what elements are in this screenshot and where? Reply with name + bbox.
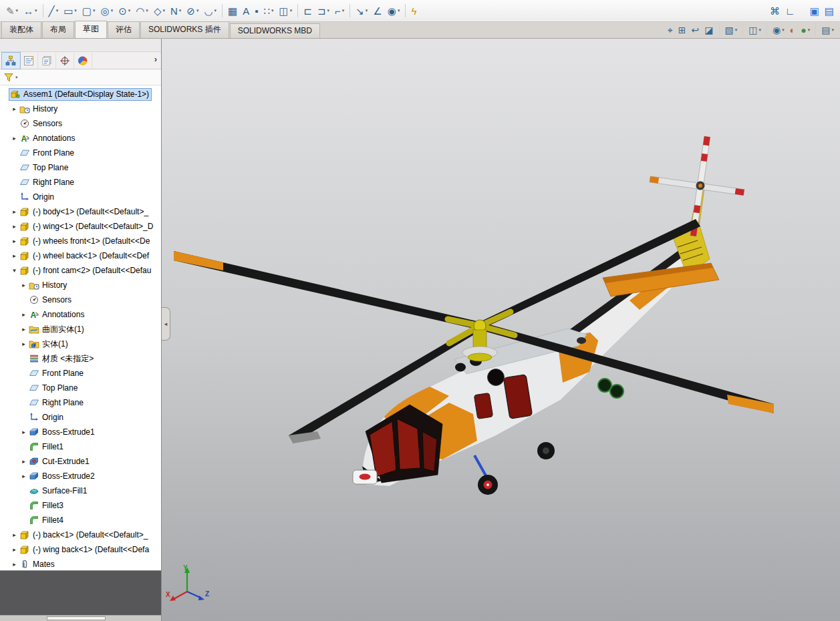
tree-item-wing-back-1-default-defa[interactable]: ▸ (-) wing back<1> (Default<<Defa: [0, 542, 161, 557]
expand-arrow[interactable]: ▸: [11, 252, 18, 259]
toolbar-smart-dimension-button[interactable]: ↔ ▾: [21, 2, 39, 19]
panel-tab-dimxpertmanager[interactable]: [56, 53, 74, 69]
toolbar-centerpoint-arc-button[interactable]: ◠ ▾: [134, 2, 150, 19]
tree-item-body-1-default-default[interactable]: ▸ (-) body<1> (Default<<Default>_: [0, 204, 161, 219]
panel-tab-propertymanager[interactable]: [20, 53, 38, 69]
ribbon-tab-solidworks-mbd[interactable]: SOLIDWORKS MBD: [230, 23, 320, 38]
toolbar-point-button[interactable]: ▪: [253, 2, 260, 19]
toolbar-convert-entities-button[interactable]: ⊏: [301, 2, 314, 19]
tree-item-right-plane[interactable]: Right Plane: [0, 175, 161, 190]
tree-item-材质-未指定[interactable]: 材质 <未指定>: [0, 351, 161, 366]
toolbar-display-settings-button[interactable]: ▤: [823, 2, 836, 19]
tree-item-front-cam-2-default-defau[interactable]: ▾ (-) front cam<2> (Default<<Defau: [0, 263, 161, 278]
tree-item-实体-1[interactable]: ▸ 实体(1): [0, 337, 161, 351]
tree-item-top-plane[interactable]: Top Plane: [0, 160, 161, 175]
tree-item-origin[interactable]: Origin: [0, 190, 161, 204]
expand-arrow[interactable]: ▸: [11, 135, 18, 142]
tree-item-assem1-default-display-state-1[interactable]: Assem1 (Default<Display State-1>): [0, 87, 161, 101]
toolbar-ruler-corner-button[interactable]: ∟: [783, 2, 797, 19]
tree-item-surface-fill1[interactable]: Surface-Fill1: [0, 483, 161, 498]
ribbon-tab-评估[interactable]: 评估: [108, 21, 140, 38]
view-display-style-button[interactable]: ◫ ▾: [746, 23, 763, 37]
tree-item-top-plane[interactable]: Top Plane: [0, 381, 161, 395]
tree-item-front-plane[interactable]: Front Plane: [0, 366, 161, 381]
toolbar-trim-entities-button[interactable]: ⌐ ▾: [333, 2, 346, 19]
ribbon-tab-装配体[interactable]: 装配体: [1, 21, 41, 38]
tree-item-right-plane[interactable]: Right Plane: [0, 395, 161, 410]
helicopter-model[interactable]: [162, 39, 840, 621]
view-previous-view-button[interactable]: ↩: [690, 23, 702, 37]
toolbar-dual-display-button[interactable]: ▣: [808, 2, 821, 19]
toolbar-move-entities-button[interactable]: ↘ ▾: [354, 2, 370, 19]
tree-item-mates[interactable]: ▸ Mates: [0, 557, 161, 570]
expand-arrow[interactable]: ▸: [20, 473, 27, 479]
expand-arrow[interactable]: ▸: [11, 223, 18, 230]
view-view-orientation-button[interactable]: ▧ ▾: [723, 23, 740, 37]
view-apply-scene-button[interactable]: ● ▾: [799, 23, 812, 37]
toolbar-straight-slot-button[interactable]: ▢ ▾: [80, 2, 98, 19]
toolbar-sketch-picture-button[interactable]: ▦: [226, 2, 239, 19]
tree-item-sensors[interactable]: Sensors: [0, 116, 161, 131]
tree-item-fillet3[interactable]: Fillet3: [0, 498, 161, 513]
toolbar-corner-rectangle-button[interactable]: ▭ ▾: [61, 2, 79, 19]
toolbar-linear-sketch-pattern-button[interactable]: ∷ ▾: [262, 2, 276, 19]
expand-arrow[interactable]: ▸: [20, 311, 27, 318]
panel-horizontal-scrollbar[interactable]: [0, 615, 161, 621]
ribbon-tab-solidworks-插件[interactable]: SOLIDWORKS 插件: [140, 21, 229, 38]
expand-arrow[interactable]: ▸: [11, 546, 18, 553]
tree-item-cut-extrude1[interactable]: ▸ Cut-Extrude1: [0, 454, 161, 469]
panel-collapse-handle[interactable]: ◂: [162, 307, 170, 341]
expand-arrow[interactable]: ▸: [20, 326, 27, 333]
view-view-settings-button[interactable]: ▤ ▾: [819, 23, 836, 37]
expand-arrow[interactable]: ▾: [11, 267, 18, 274]
toolbar-pen-tools-button[interactable]: ⌘: [768, 2, 782, 19]
tree-item-fillet4[interactable]: Fillet4: [0, 513, 161, 528]
toolbar-circle-button[interactable]: ◎ ▾: [99, 2, 116, 19]
scrollbar-thumb[interactable]: [47, 616, 106, 620]
panel-tab-featuremanager[interactable]: [2, 53, 20, 69]
graphics-area[interactable]: Y X Z ◂: [162, 39, 840, 621]
toolbar-spline-button[interactable]: N ▾: [168, 2, 183, 19]
toolbar-ink-sketch-button[interactable]: ϟ: [409, 2, 418, 19]
tree-item-wing-1-default-default-d[interactable]: ▸ (-) wing<1> (Default<<Default>_D: [0, 219, 161, 234]
tree-item-boss-extrude2[interactable]: ▸ Boss-Extrude2: [0, 469, 161, 483]
panel-tab-configurationmanager[interactable]: [38, 53, 56, 69]
tree-item-back-1-default-default[interactable]: ▸ (-) back<1> (Default<<Default>_: [0, 528, 161, 542]
expand-arrow[interactable]: ▸: [20, 429, 27, 435]
tree-item-annotations[interactable]: ▸ Annotations: [0, 307, 161, 322]
filter-dropdown-caret[interactable]: ▾: [15, 75, 18, 80]
tree-item-fillet1[interactable]: Fillet1: [0, 439, 161, 454]
expand-arrow[interactable]: ▸: [20, 341, 27, 347]
toolbar-sketch-button[interactable]: ✎ ▾: [4, 2, 20, 19]
toolbar-text-button[interactable]: A: [241, 2, 251, 19]
tree-item-曲面实体-1[interactable]: ▸ 曲面实体(1): [0, 322, 161, 337]
ribbon-tab-布局[interactable]: 布局: [42, 21, 74, 38]
view-section-view-button[interactable]: ◪: [702, 23, 715, 37]
expand-arrow[interactable]: ▸: [20, 458, 27, 465]
toolbar-polygon-button[interactable]: ◇ ▾: [152, 2, 167, 19]
panel-tabs-overflow-button[interactable]: ›: [154, 54, 157, 64]
expand-arrow[interactable]: ▸: [11, 208, 18, 215]
toolbar-offset-entities-button[interactable]: ⊐ ▾: [315, 2, 331, 19]
tree-item-front-plane[interactable]: Front Plane: [0, 146, 161, 160]
toolbar-mirror-entities-button[interactable]: ◫ ▾: [277, 2, 295, 19]
tree-item-wheel-back-1-default-def[interactable]: ▸ (-) wheel back<1> (Default<<Def: [0, 248, 161, 263]
filter-funnel-icon[interactable]: [3, 72, 14, 83]
expand-arrow[interactable]: ▸: [11, 532, 18, 538]
tree-item-origin[interactable]: Origin: [0, 410, 161, 425]
toolbar-line-button[interactable]: ╱ ▾: [47, 2, 61, 19]
tree-item-history[interactable]: ▸ History: [0, 278, 161, 292]
tree-item-history[interactable]: ▸ History: [0, 101, 161, 116]
view-edit-appearance-button[interactable]: ◐: [788, 23, 797, 37]
toolbar-instant2d-button[interactable]: ∠: [371, 2, 384, 19]
view-zoom-to-area-button[interactable]: ⊞: [676, 23, 688, 37]
tree-item-annotations[interactable]: ▸ Annotations: [0, 131, 161, 146]
expand-arrow[interactable]: ▸: [11, 561, 18, 568]
tree-item-wheels-front-1-default-de[interactable]: ▸ (-) wheels front<1> (Default<<De: [0, 234, 161, 248]
expand-arrow[interactable]: ▸: [11, 238, 18, 244]
tree-item-sensors[interactable]: Sensors: [0, 292, 161, 307]
toolbar-quick-snaps-button[interactable]: ◉ ▾: [386, 2, 402, 19]
tree-item-boss-extrude1[interactable]: ▸ Boss-Extrude1: [0, 425, 161, 439]
expand-arrow[interactable]: ▸: [11, 106, 18, 112]
view-hide-show-items-button[interactable]: ◉ ▾: [771, 23, 787, 37]
